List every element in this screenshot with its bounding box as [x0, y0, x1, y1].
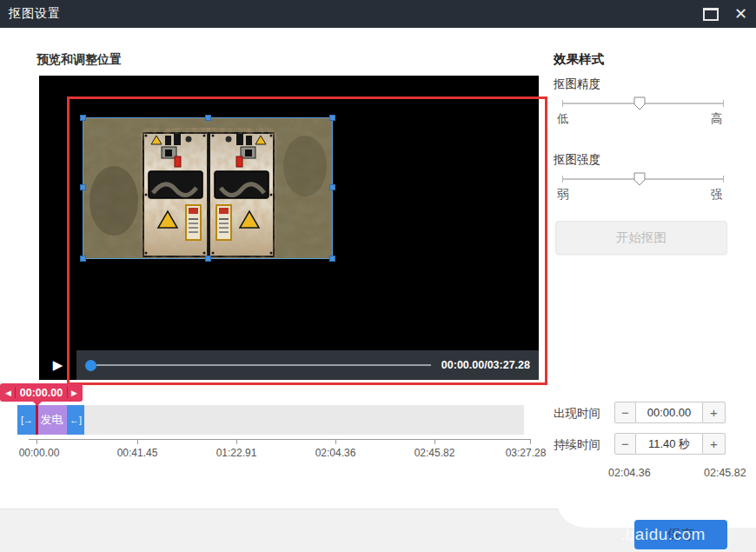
strength-min-label: 弱 — [557, 187, 569, 203]
close-icon[interactable]: ✕ — [734, 6, 747, 22]
precision-max-label: 高 — [711, 111, 723, 127]
matting-settings-dialog: 抠图设置 ✕ 预览和调整位置 — [0, 0, 756, 552]
step-back-icon[interactable]: ◀ — [5, 389, 11, 397]
clip-trim-left-handle[interactable]: [→ — [17, 405, 36, 435]
strength-slider-thumb[interactable] — [633, 172, 646, 190]
precision-slider-thumb[interactable] — [633, 96, 646, 114]
badge-time: 00:00.00 — [20, 387, 63, 399]
selection-box[interactable] — [83, 117, 333, 259]
selection-handle[interactable] — [205, 256, 211, 262]
progress-track[interactable] — [96, 364, 431, 366]
ruler-label: 00:41.45 — [117, 447, 158, 459]
effects-section-title: 效果样式 — [554, 51, 604, 68]
ruler-label: 02:04.36 — [315, 447, 356, 459]
duration-minus-button[interactable]: − — [614, 433, 636, 455]
clip-trim-right-handle[interactable]: ←] — [67, 405, 84, 435]
extra-time-1: 02:04.36 — [608, 467, 651, 479]
ruler-tick — [236, 439, 237, 444]
appear-time-value[interactable]: 00:00.00 — [636, 402, 702, 423]
strength-label: 抠图强度 — [554, 152, 600, 168]
selection-handle[interactable] — [80, 256, 86, 262]
playhead-time-badge[interactable]: ◀ 00:00.00 ▶ — [0, 383, 83, 402]
preview-section-title: 预览和调整位置 — [36, 52, 122, 68]
duration-value[interactable]: 11.40 秒 — [636, 433, 702, 455]
duration-label: 持续时间 — [554, 437, 600, 453]
ruler-tick — [36, 439, 37, 444]
appear-time-stepper: − 00:00.00 + — [614, 402, 726, 423]
ruler-line — [29, 439, 531, 440]
start-matting-button[interactable]: 开始抠图 — [555, 221, 727, 255]
strength-max-label: 强 — [711, 187, 723, 203]
window-buttons: ✕ — [703, 0, 747, 28]
selection-handle[interactable] — [329, 256, 335, 262]
preview-image — [83, 118, 332, 258]
duration-stepper: − 11.40 秒 + — [614, 433, 726, 455]
precision-label: 抠图精度 — [554, 76, 600, 92]
progress-bar[interactable]: 00:00.00/03:27.28 — [76, 350, 539, 380]
ruler-tick — [335, 439, 336, 444]
ruler-tick — [137, 439, 138, 444]
timeline-clip[interactable]: [→ 发电 ←] — [17, 405, 84, 435]
selection-handle[interactable] — [80, 115, 86, 121]
timeline-track[interactable]: [→ 发电 ←] — [17, 405, 524, 435]
progress-knob[interactable] — [85, 360, 96, 371]
precision-slider[interactable] — [562, 96, 724, 111]
duration-plus-button[interactable]: + — [702, 433, 726, 455]
time-display: 00:00.00/03:27.28 — [441, 359, 530, 371]
selection-handle[interactable] — [205, 115, 211, 121]
dialog-title: 抠图设置 — [9, 6, 61, 22]
timeline-playhead[interactable] — [36, 402, 38, 435]
selection-handle[interactable] — [80, 184, 86, 190]
precision-min-label: 低 — [557, 111, 569, 127]
play-icon: ▶ — [53, 357, 63, 373]
player-controls: ▶ 00:00.00/03:27.28 — [39, 350, 539, 380]
ruler-label: 00:00.00 — [19, 447, 60, 459]
selection-handle[interactable] — [329, 115, 335, 121]
badge-pointer — [32, 401, 43, 406]
selection-handle[interactable] — [329, 184, 335, 190]
ruler-tick — [434, 439, 435, 444]
video-preview: ▶ 00:00.00/03:27.28 — [39, 76, 539, 380]
step-forward-icon[interactable]: ▶ — [71, 389, 77, 397]
appear-time-label: 出现时间 — [554, 406, 600, 422]
ruler-tick — [530, 439, 531, 444]
maximize-icon[interactable] — [703, 8, 719, 21]
appear-minus-button[interactable]: − — [614, 402, 636, 423]
ruler-label: 03:27.28 — [506, 447, 547, 459]
title-bar: 抠图设置 ✕ — [0, 0, 756, 28]
play-button[interactable]: ▶ — [39, 350, 76, 380]
appear-plus-button[interactable]: + — [702, 402, 726, 423]
ruler-label: 01:22.91 — [216, 447, 257, 459]
save-button[interactable]: 保存 — [634, 520, 727, 549]
strength-slider[interactable] — [562, 171, 724, 187]
clip-label[interactable]: 发电 — [36, 405, 67, 435]
ruler-label: 02:45.82 — [414, 447, 455, 459]
extra-time-2: 02:45.82 — [704, 467, 746, 479]
